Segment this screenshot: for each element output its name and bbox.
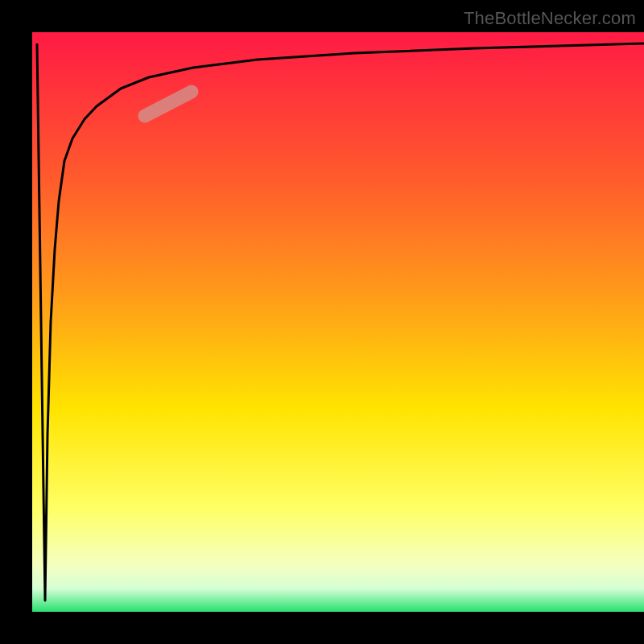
highlight-segment <box>145 92 192 116</box>
chart-container: TheBottleNecker.com <box>0 0 644 644</box>
plot-area <box>32 32 644 612</box>
curve-layer <box>32 32 644 612</box>
bottleneck-curve <box>37 43 644 601</box>
watermark-text: TheBottleNecker.com <box>464 8 636 29</box>
